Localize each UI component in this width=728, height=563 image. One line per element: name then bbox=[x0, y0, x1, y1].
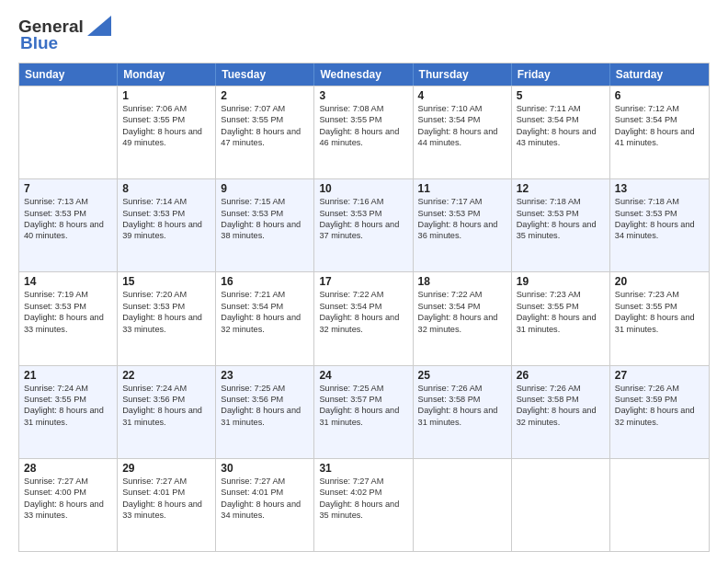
day-number: 18 bbox=[418, 275, 506, 288]
calendar-cell: 24Sunrise: 7:25 AM Sunset: 3:57 PM Dayli… bbox=[314, 366, 413, 458]
cell-info: Sunrise: 7:07 AM Sunset: 3:55 PM Dayligh… bbox=[221, 103, 309, 149]
calendar-row-2: 7Sunrise: 7:13 AM Sunset: 3:53 PM Daylig… bbox=[19, 178, 709, 271]
day-number: 13 bbox=[615, 182, 704, 195]
header-day-friday: Friday bbox=[512, 63, 610, 86]
day-number: 12 bbox=[517, 182, 605, 195]
calendar-cell: 15Sunrise: 7:20 AM Sunset: 3:53 PM Dayli… bbox=[118, 272, 216, 364]
day-number: 6 bbox=[615, 89, 704, 102]
page: General Blue SundayMondayTuesdayWednesda… bbox=[0, 0, 728, 563]
day-number: 22 bbox=[122, 369, 210, 382]
day-number: 5 bbox=[517, 89, 605, 102]
calendar-header: SundayMondayTuesdayWednesdayThursdayFrid… bbox=[19, 63, 709, 86]
day-number: 9 bbox=[221, 182, 309, 195]
calendar-cell: 16Sunrise: 7:21 AM Sunset: 3:54 PM Dayli… bbox=[216, 272, 314, 364]
logo-blue: Blue bbox=[20, 33, 58, 53]
cell-info: Sunrise: 7:13 AM Sunset: 3:53 PM Dayligh… bbox=[24, 196, 112, 242]
day-number: 1 bbox=[122, 89, 210, 102]
header-day-tuesday: Tuesday bbox=[216, 63, 314, 86]
day-number: 4 bbox=[418, 89, 506, 102]
cell-info: Sunrise: 7:10 AM Sunset: 3:54 PM Dayligh… bbox=[418, 103, 506, 149]
calendar-cell: 8Sunrise: 7:14 AM Sunset: 3:53 PM Daylig… bbox=[118, 179, 216, 271]
day-number: 24 bbox=[319, 369, 407, 382]
day-number: 29 bbox=[122, 462, 210, 475]
cell-info: Sunrise: 7:17 AM Sunset: 3:53 PM Dayligh… bbox=[418, 196, 506, 242]
day-number: 17 bbox=[319, 275, 407, 288]
day-number: 23 bbox=[221, 369, 309, 382]
cell-info: Sunrise: 7:18 AM Sunset: 3:53 PM Dayligh… bbox=[615, 196, 704, 242]
day-number: 7 bbox=[24, 182, 112, 195]
cell-info: Sunrise: 7:25 AM Sunset: 3:57 PM Dayligh… bbox=[319, 383, 407, 429]
cell-info: Sunrise: 7:19 AM Sunset: 3:53 PM Dayligh… bbox=[24, 289, 112, 335]
calendar-cell: 11Sunrise: 7:17 AM Sunset: 3:53 PM Dayli… bbox=[414, 179, 512, 271]
cell-info: Sunrise: 7:26 AM Sunset: 3:58 PM Dayligh… bbox=[517, 383, 605, 429]
cell-info: Sunrise: 7:06 AM Sunset: 3:55 PM Dayligh… bbox=[122, 103, 210, 149]
day-number: 14 bbox=[24, 275, 112, 288]
calendar-cell: 19Sunrise: 7:23 AM Sunset: 3:55 PM Dayli… bbox=[512, 272, 610, 364]
cell-info: Sunrise: 7:21 AM Sunset: 3:54 PM Dayligh… bbox=[221, 289, 309, 335]
calendar-cell: 30Sunrise: 7:27 AM Sunset: 4:01 PM Dayli… bbox=[216, 459, 314, 551]
day-number: 2 bbox=[221, 89, 309, 102]
calendar: SundayMondayTuesdayWednesdayThursdayFrid… bbox=[18, 63, 710, 552]
calendar-cell: 31Sunrise: 7:27 AM Sunset: 4:02 PM Dayli… bbox=[314, 459, 413, 551]
cell-info: Sunrise: 7:25 AM Sunset: 3:56 PM Dayligh… bbox=[221, 383, 309, 429]
day-number: 28 bbox=[24, 462, 112, 475]
cell-info: Sunrise: 7:18 AM Sunset: 3:53 PM Dayligh… bbox=[517, 196, 605, 242]
calendar-cell: 21Sunrise: 7:24 AM Sunset: 3:55 PM Dayli… bbox=[19, 366, 118, 458]
day-number: 3 bbox=[319, 89, 407, 102]
day-number: 26 bbox=[517, 369, 605, 382]
calendar-cell: 9Sunrise: 7:15 AM Sunset: 3:53 PM Daylig… bbox=[216, 179, 314, 271]
day-number: 20 bbox=[615, 275, 704, 288]
cell-info: Sunrise: 7:16 AM Sunset: 3:53 PM Dayligh… bbox=[319, 196, 407, 242]
day-number: 8 bbox=[122, 182, 210, 195]
calendar-cell: 23Sunrise: 7:25 AM Sunset: 3:56 PM Dayli… bbox=[216, 366, 314, 458]
day-number: 25 bbox=[418, 369, 506, 382]
calendar-cell bbox=[610, 459, 709, 551]
calendar-row-4: 21Sunrise: 7:24 AM Sunset: 3:55 PM Dayli… bbox=[19, 365, 709, 458]
logo: General Blue bbox=[18, 17, 111, 53]
calendar-cell: 1Sunrise: 7:06 AM Sunset: 3:55 PM Daylig… bbox=[118, 86, 216, 178]
cell-info: Sunrise: 7:24 AM Sunset: 3:55 PM Dayligh… bbox=[24, 383, 112, 429]
cell-info: Sunrise: 7:24 AM Sunset: 3:56 PM Dayligh… bbox=[122, 383, 210, 429]
calendar-cell bbox=[414, 459, 512, 551]
cell-info: Sunrise: 7:27 AM Sunset: 4:01 PM Dayligh… bbox=[122, 476, 210, 522]
calendar-cell: 27Sunrise: 7:26 AM Sunset: 3:59 PM Dayli… bbox=[610, 366, 709, 458]
day-number: 11 bbox=[418, 182, 506, 195]
calendar-cell: 28Sunrise: 7:27 AM Sunset: 4:00 PM Dayli… bbox=[19, 459, 118, 551]
day-number: 16 bbox=[221, 275, 309, 288]
cell-info: Sunrise: 7:27 AM Sunset: 4:01 PM Dayligh… bbox=[221, 476, 309, 522]
calendar-row-1: 1Sunrise: 7:06 AM Sunset: 3:55 PM Daylig… bbox=[19, 86, 709, 178]
calendar-cell: 6Sunrise: 7:12 AM Sunset: 3:54 PM Daylig… bbox=[610, 86, 709, 178]
cell-info: Sunrise: 7:26 AM Sunset: 3:59 PM Dayligh… bbox=[615, 383, 704, 429]
day-number: 10 bbox=[319, 182, 407, 195]
header-day-thursday: Thursday bbox=[414, 63, 512, 86]
calendar-row-3: 14Sunrise: 7:19 AM Sunset: 3:53 PM Dayli… bbox=[19, 271, 709, 364]
day-number: 15 bbox=[122, 275, 210, 288]
calendar-row-5: 28Sunrise: 7:27 AM Sunset: 4:00 PM Dayli… bbox=[19, 458, 709, 551]
calendar-cell: 18Sunrise: 7:22 AM Sunset: 3:54 PM Dayli… bbox=[414, 272, 512, 364]
cell-info: Sunrise: 7:12 AM Sunset: 3:54 PM Dayligh… bbox=[615, 103, 704, 149]
day-number: 31 bbox=[319, 462, 407, 475]
calendar-body: 1Sunrise: 7:06 AM Sunset: 3:55 PM Daylig… bbox=[19, 86, 709, 551]
header-day-saturday: Saturday bbox=[610, 63, 709, 86]
calendar-cell: 20Sunrise: 7:23 AM Sunset: 3:55 PM Dayli… bbox=[610, 272, 709, 364]
svg-marker-0 bbox=[87, 16, 111, 36]
day-number: 27 bbox=[615, 369, 704, 382]
calendar-cell: 12Sunrise: 7:18 AM Sunset: 3:53 PM Dayli… bbox=[512, 179, 610, 271]
cell-info: Sunrise: 7:20 AM Sunset: 3:53 PM Dayligh… bbox=[122, 289, 210, 335]
cell-info: Sunrise: 7:22 AM Sunset: 3:54 PM Dayligh… bbox=[319, 289, 407, 335]
calendar-cell: 7Sunrise: 7:13 AM Sunset: 3:53 PM Daylig… bbox=[19, 179, 118, 271]
header-day-sunday: Sunday bbox=[19, 63, 118, 86]
calendar-cell: 29Sunrise: 7:27 AM Sunset: 4:01 PM Dayli… bbox=[118, 459, 216, 551]
cell-info: Sunrise: 7:11 AM Sunset: 3:54 PM Dayligh… bbox=[517, 103, 605, 149]
cell-info: Sunrise: 7:23 AM Sunset: 3:55 PM Dayligh… bbox=[517, 289, 605, 335]
calendar-cell: 3Sunrise: 7:08 AM Sunset: 3:55 PM Daylig… bbox=[314, 86, 413, 178]
calendar-cell bbox=[512, 459, 610, 551]
calendar-cell: 2Sunrise: 7:07 AM Sunset: 3:55 PM Daylig… bbox=[216, 86, 314, 178]
cell-info: Sunrise: 7:15 AM Sunset: 3:53 PM Dayligh… bbox=[221, 196, 309, 242]
calendar-cell: 4Sunrise: 7:10 AM Sunset: 3:54 PM Daylig… bbox=[414, 86, 512, 178]
cell-info: Sunrise: 7:26 AM Sunset: 3:58 PM Dayligh… bbox=[418, 383, 506, 429]
calendar-cell: 25Sunrise: 7:26 AM Sunset: 3:58 PM Dayli… bbox=[414, 366, 512, 458]
calendar-cell: 5Sunrise: 7:11 AM Sunset: 3:54 PM Daylig… bbox=[512, 86, 610, 178]
day-number: 19 bbox=[517, 275, 605, 288]
calendar-cell: 14Sunrise: 7:19 AM Sunset: 3:53 PM Dayli… bbox=[19, 272, 118, 364]
